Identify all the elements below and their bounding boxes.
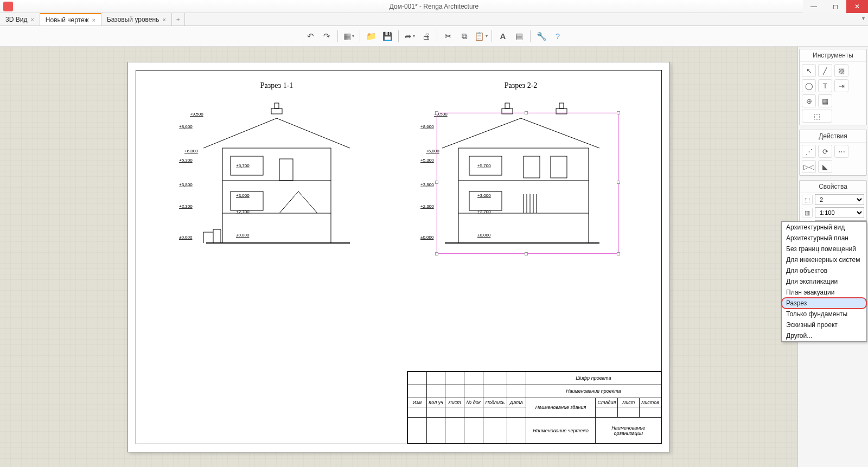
tabs-menu-icon[interactable]: ▾ bbox=[862, 15, 865, 21]
rotate-icon[interactable]: ⟳ bbox=[818, 145, 832, 158]
stage: Стадия bbox=[596, 398, 618, 407]
svg-rect-22 bbox=[505, 103, 509, 108]
dimension-tool-icon[interactable]: ⇥ bbox=[834, 79, 848, 92]
text-style-button[interactable]: A bbox=[495, 29, 510, 43]
main-area: Разрез 1-1 bbox=[0, 47, 868, 467]
svg-rect-23 bbox=[556, 108, 567, 114]
view-id-select[interactable]: 2 bbox=[815, 194, 864, 205]
svg-text:+2,300: +2,300 bbox=[179, 204, 193, 209]
panel-actions-title: Действия bbox=[800, 130, 866, 143]
sheet-no: Лист bbox=[618, 398, 640, 407]
building-name: Наименование здания bbox=[526, 398, 596, 418]
layers-button[interactable]: ▤ bbox=[512, 29, 527, 43]
paste-button[interactable]: 📋▾ bbox=[473, 29, 488, 43]
svg-text:+8,600: +8,600 bbox=[179, 124, 193, 129]
cut-button[interactable]: ✂ bbox=[441, 29, 456, 43]
print-button[interactable]: 🖨 bbox=[418, 29, 433, 43]
axis-tool-icon[interactable]: ⊕ bbox=[802, 94, 816, 107]
trim-icon[interactable]: ◣ bbox=[818, 160, 832, 173]
redo-button[interactable]: ↷ bbox=[319, 29, 334, 43]
line-tool-icon[interactable]: ╱ bbox=[818, 64, 832, 77]
minimize-button[interactable]: — bbox=[803, 0, 825, 13]
view-tool-icon[interactable]: ⬚ bbox=[802, 110, 832, 123]
settings-button[interactable]: 🔧 bbox=[534, 29, 549, 43]
sheet-frame: Разрез 1-1 bbox=[136, 70, 662, 444]
org-name: Наименование организации bbox=[596, 418, 661, 444]
sheets: Листов bbox=[639, 398, 661, 407]
scale-icon[interactable]: ⋯ bbox=[834, 145, 848, 158]
svg-text:+5,700: +5,700 bbox=[477, 163, 491, 168]
tab-label: Новый чертеж bbox=[46, 16, 89, 24]
tab-3d-view[interactable]: 3D Вид× bbox=[0, 13, 40, 25]
prop-view-id: ⬚ 2 bbox=[800, 193, 866, 206]
tab-label: 3D Вид bbox=[5, 16, 27, 23]
dropdown-option[interactable]: Только фундаменты bbox=[782, 309, 866, 319]
hatch-tool-icon[interactable]: ▨ bbox=[834, 64, 848, 77]
panel-tools-title: Инструменты bbox=[800, 49, 866, 62]
window-controls: — ◻ ✕ bbox=[803, 0, 868, 13]
tab-base-level[interactable]: Базовый уровень× bbox=[101, 13, 172, 25]
scale-select[interactable]: 1:100 bbox=[815, 207, 864, 218]
col-date: Дата bbox=[507, 398, 526, 407]
svg-rect-1 bbox=[275, 103, 279, 108]
mirror-icon[interactable]: ▷◁ bbox=[802, 160, 816, 173]
project-name: Наименование проекта bbox=[526, 385, 661, 398]
close-icon[interactable]: × bbox=[162, 16, 165, 23]
sheet: Разрез 1-1 bbox=[127, 62, 670, 452]
section-2-title: Разрез 2-2 bbox=[415, 81, 627, 90]
panel-props-title: Свойства bbox=[800, 181, 866, 193]
dropdown-option[interactable]: Для инженерных систем bbox=[782, 254, 866, 265]
undo-button[interactable]: ↶ bbox=[303, 29, 318, 43]
open-button[interactable]: 📁 bbox=[363, 29, 379, 43]
section-2[interactable]: Разрез 2-2 bbox=[415, 81, 627, 270]
export-button[interactable]: ➦▾ bbox=[402, 29, 417, 43]
svg-text:+3,800: +3,800 bbox=[420, 182, 434, 187]
type-dropdown[interactable]: Архитектурный видАрхитектурный планБез г… bbox=[781, 221, 867, 342]
col-dok: № док bbox=[464, 398, 483, 407]
dropdown-option[interactable]: Эскизный проект bbox=[782, 319, 866, 330]
svg-rect-24 bbox=[559, 103, 564, 108]
help-button[interactable]: ? bbox=[550, 29, 565, 43]
drawing-name: Наименование чертежа bbox=[526, 418, 596, 444]
svg-text:±0,000: ±0,000 bbox=[477, 233, 491, 238]
panel-actions: Действия ⋰ ⟳ ⋯ ▷◁ ◣ bbox=[799, 130, 867, 176]
svg-text:+2,700: +2,700 bbox=[236, 209, 250, 214]
section-1[interactable]: Разрез 1-1 bbox=[171, 81, 382, 270]
dropdown-option[interactable]: Архитектурный вид bbox=[782, 222, 866, 233]
svg-text:+8,600: +8,600 bbox=[420, 124, 434, 129]
shape-tool-icon[interactable]: ◯ bbox=[802, 79, 816, 92]
section-1-title: Разрез 1-1 bbox=[171, 81, 382, 90]
svg-text:+6,000: +6,000 bbox=[426, 149, 439, 153]
dropdown-option[interactable]: Для экспликации bbox=[782, 276, 866, 287]
canvas[interactable]: Разрез 1-1 bbox=[0, 47, 797, 467]
move-pts-icon[interactable]: ⋰ bbox=[802, 145, 816, 158]
close-button[interactable]: ✕ bbox=[846, 0, 868, 13]
svg-text:+9,500: +9,500 bbox=[190, 112, 203, 117]
svg-text:+2,700: +2,700 bbox=[477, 209, 491, 214]
svg-text:+3,000: +3,000 bbox=[477, 193, 491, 198]
dropdown-option[interactable]: Архитектурный план bbox=[782, 233, 866, 244]
section-1-drawing: +9,500 +8,600 +6,000 +5,300 +5,700 +3,80… bbox=[171, 97, 382, 270]
close-icon[interactable]: × bbox=[92, 17, 95, 23]
dropdown-option[interactable]: Для объектов bbox=[782, 265, 866, 276]
maximize-button[interactable]: ◻ bbox=[825, 0, 846, 13]
dropdown-option[interactable]: Другой... bbox=[782, 330, 866, 341]
tab-label: Базовый уровень bbox=[107, 16, 159, 23]
text-tool-icon[interactable]: T bbox=[818, 79, 832, 92]
dropdown-option[interactable]: Без границ помещений bbox=[782, 244, 866, 254]
sections-row: Разрез 1-1 bbox=[136, 71, 661, 270]
view-button[interactable]: ▦▾ bbox=[341, 29, 356, 43]
svg-text:±0,000: ±0,000 bbox=[236, 233, 250, 238]
dropdown-option[interactable]: Разрез bbox=[782, 298, 866, 309]
table-tool-icon[interactable]: ▦ bbox=[818, 94, 832, 107]
save-button[interactable]: 💾 bbox=[380, 29, 395, 43]
svg-text:±0,000: ±0,000 bbox=[179, 235, 193, 240]
select-tool-icon[interactable]: ↖ bbox=[802, 64, 816, 77]
tab-new-drawing[interactable]: Новый чертеж× bbox=[40, 13, 101, 25]
copy-button[interactable]: ⧉ bbox=[457, 29, 472, 43]
tab-add[interactable]: + bbox=[172, 13, 185, 25]
dropdown-option[interactable]: План эвакуации bbox=[782, 287, 866, 298]
app-icon bbox=[3, 2, 13, 11]
svg-rect-9 bbox=[213, 229, 221, 243]
close-icon[interactable]: × bbox=[30, 16, 34, 23]
